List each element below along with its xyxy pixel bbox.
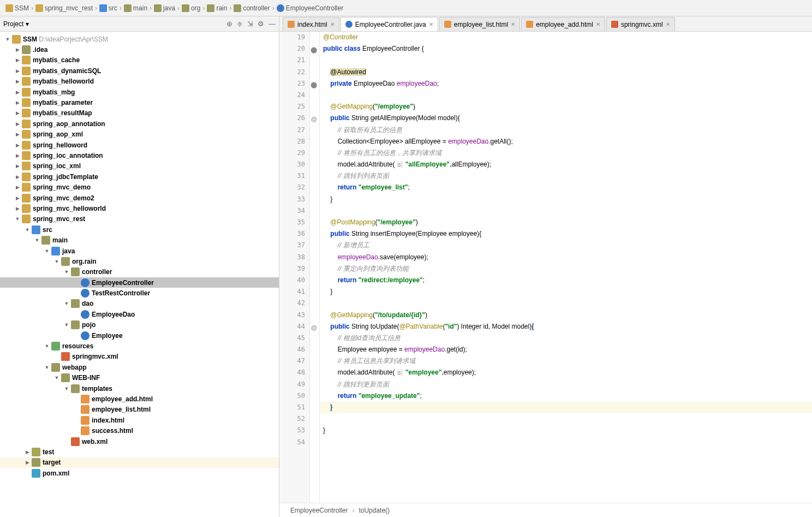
tree-item[interactable]: dao [0,299,279,309]
tree-item[interactable]: employee_list.html [0,405,279,415]
tree-item[interactable]: mybatis_dynamicSQL [0,66,279,76]
tree-item[interactable]: springmvc.xml [0,352,279,362]
tree-item[interactable]: spring_ioc_xml [0,161,279,171]
breadcrumb-item[interactable]: main [123,4,148,12]
tree-arrow-icon[interactable] [13,132,22,137]
code-line[interactable]: // 将所有员工的信息，共享到请求域 [320,147,812,159]
breadcrumb-item[interactable]: controller [232,4,271,12]
tree-item[interactable]: mybatis_cache [0,55,279,66]
breadcrumb-item[interactable]: java [153,4,176,12]
code-line[interactable]: public String insertEmployee(Employee em… [320,228,812,240]
tree-arrow-icon[interactable] [43,248,51,254]
tree-item[interactable]: index.html [0,415,279,425]
breadcrumb-item[interactable]: src [98,4,118,12]
tree-item[interactable]: mybatis_parameter [0,97,279,108]
close-icon[interactable]: ✕ [511,21,515,27]
tree-item[interactable]: spring_helloword [0,140,279,150]
code-line[interactable]: employeeDao.save(employee); [320,252,812,263]
code-line[interactable]: @Autowired [320,67,812,78]
tree-arrow-icon[interactable] [23,449,32,455]
tree-item[interactable]: spring_jdbcTemplate [0,171,279,182]
tree-arrow-icon[interactable] [13,121,22,127]
breadcrumb-item[interactable]: spring_mvc_rest [34,4,94,12]
code-line[interactable]: @PostMapping("/employee") [320,217,812,228]
tree-item[interactable]: EmployeeController [0,277,279,288]
tree-item[interactable]: controller [0,267,279,277]
editor-tab[interactable]: employee_list.html✕ [439,17,520,31]
tree-item[interactable]: TestRestController [0,288,279,298]
code-line[interactable]: } [320,194,812,205]
code-line[interactable]: @GetMapping("/employee") [320,101,812,112]
tree-item[interactable]: success.html [0,425,279,436]
dropdown-icon[interactable]: ▾ [26,20,29,28]
tree-item[interactable]: spring_mvc_demo2 [0,193,279,203]
close-icon[interactable]: ✕ [330,21,335,27]
breadcrumb-item[interactable]: SSM [4,4,30,12]
tree-item[interactable]: pom.xml [0,468,279,478]
breadcrumb-item[interactable]: org [181,4,201,12]
project-title[interactable]: Project [3,20,23,28]
code-line[interactable]: // 获取所有员工的信息 [320,124,812,136]
code-line[interactable] [320,298,812,309]
tree-item[interactable]: webapp [0,362,279,372]
tree-item[interactable]: resources [0,341,279,351]
tree-item[interactable]: java [0,246,279,256]
tree-arrow-icon[interactable] [13,206,22,211]
hide-icon[interactable]: — [268,20,276,28]
tree-item[interactable]: employee_add.html [0,394,279,404]
editor-tab[interactable]: index.html✕ [283,17,339,31]
tree-arrow-icon[interactable] [13,110,22,116]
tree-arrow-icon[interactable] [62,386,71,391]
tree-item[interactable]: .idea [0,44,279,55]
settings-icon[interactable]: ⚙ [258,20,264,28]
tree-item[interactable]: spring_aop_xml [0,129,279,140]
tree-arrow-icon[interactable] [62,301,71,306]
tree-item[interactable]: EmployeeDao [0,309,279,319]
tree-item[interactable]: templates [0,383,279,394]
tree-arrow-icon[interactable] [62,322,71,328]
code-line[interactable]: // 新增员工 [320,240,812,251]
code-line[interactable]: return "redirect:/employee"; [320,275,812,286]
tree-item[interactable]: mybatis_resultMap [0,108,279,118]
code-line[interactable]: // 重定向到查询列表功能 [320,263,812,275]
tree-item[interactable]: web.xml [0,436,279,447]
tree-item[interactable]: SSM D:\ideaPorject\Apr\SSM [0,34,279,44]
code-editor[interactable]: @Controllerpublic class EmployeeControll… [320,32,812,503]
tree-arrow-icon[interactable] [13,185,22,190]
tree-arrow-icon[interactable] [13,57,22,63]
code-line[interactable]: Collection<Employee> allEmployee = emplo… [320,136,812,147]
tree-arrow-icon[interactable] [13,79,22,84]
code-line[interactable]: public String getAllEmployee(Model model… [320,112,812,124]
tree-arrow-icon[interactable] [13,68,22,74]
tree-arrow-icon[interactable] [43,365,51,370]
code-line[interactable]: private EmployeeDao employeeDao; [320,78,812,90]
tree-item[interactable]: Employee [0,330,279,341]
tree-item[interactable]: target [0,457,279,468]
locate-icon[interactable]: ⊕ [226,20,232,28]
code-line[interactable]: @GetMapping("/to/update/{id}") [320,310,812,321]
code-line[interactable]: public class EmployeeController { [320,43,812,55]
tree-arrow-icon[interactable] [13,47,22,52]
tree-item[interactable]: spring_aop_annotation [0,118,279,129]
code-line[interactable]: } [320,286,812,298]
breadcrumb-item[interactable]: EmployeeController [276,4,344,12]
tree-arrow-icon[interactable] [13,216,22,222]
tree-item[interactable]: spring_mvc_rest [0,214,279,224]
tree-arrow-icon[interactable] [43,343,51,349]
tree-item[interactable]: main [0,235,279,245]
code-line[interactable]: public String toUpdate(@PathVariable("id… [320,321,812,332]
close-icon[interactable]: ✕ [429,21,433,27]
tree-arrow-icon[interactable] [13,174,22,180]
tree-arrow-icon[interactable] [3,37,12,42]
close-icon[interactable]: ✕ [666,21,670,27]
tree-item[interactable]: spring_mvc_helloworld [0,203,279,213]
tree-arrow-icon[interactable] [13,142,22,148]
code-line[interactable]: Employee employee = employeeDao.get(id); [320,344,812,355]
code-line[interactable]: } [320,425,812,436]
tree-arrow-icon[interactable] [33,237,41,243]
tree-item[interactable]: mybatis_mbg [0,87,279,97]
tree-arrow-icon[interactable] [13,153,22,158]
editor-tab[interactable]: employee_add.html✕ [521,17,605,31]
tree-item[interactable]: src [0,224,279,235]
code-line[interactable] [320,413,812,425]
